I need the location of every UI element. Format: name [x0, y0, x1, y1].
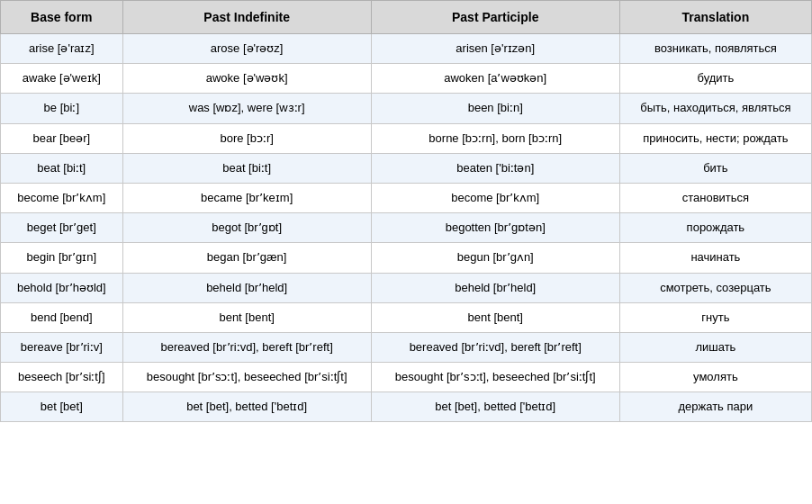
cell-translation: порождать — [619, 213, 811, 243]
cell-base: bear [beər] — [1, 123, 123, 153]
table-row: become [brʼkʌm]became [brʼkeɪm]become [b… — [1, 183, 812, 212]
cell-past_indefinite: became [brʼkeɪm] — [122, 183, 371, 212]
cell-past_participle: been [biːn] — [371, 94, 619, 123]
cell-past_participle: bent [bent] — [371, 302, 619, 332]
table-row: begin [brʼgɪn]began [brʼgæn]begun [brʼgʌ… — [1, 243, 812, 273]
cell-translation: смотреть, созерцать — [619, 273, 811, 302]
table-row: beat [biːt]beat [biːt]beaten ['biːtən]би… — [1, 153, 812, 183]
cell-base: bet [bet] — [1, 392, 123, 422]
cell-past_indefinite: bet [bet], betted ['betɪd] — [122, 392, 371, 422]
cell-translation: начинать — [619, 243, 811, 273]
header-translation: Translation — [619, 1, 811, 34]
table-row: beseech [brʼsiːtʃ]besought [brʼsɔːt], be… — [1, 363, 812, 392]
table-row: bet [bet]bet [bet], betted ['betɪd]bet [… — [1, 392, 812, 422]
table-row: bereave [brʼriːv]bereaved [brʼriːvd], be… — [1, 332, 812, 362]
cell-base: arise [ə'raɪz] — [1, 34, 123, 64]
cell-past_participle: become [brʼkʌm] — [371, 183, 619, 212]
cell-past_indefinite: arose [ə'rəʊz] — [122, 34, 371, 64]
cell-translation: приносить, нести; рождать — [619, 123, 811, 153]
cell-base: be [biː] — [1, 94, 123, 123]
cell-base: beat [biːt] — [1, 153, 123, 183]
cell-base: bend [bend] — [1, 302, 123, 332]
header-past-indefinite: Past Indefinite — [122, 1, 371, 34]
cell-base: beseech [brʼsiːtʃ] — [1, 363, 123, 392]
table-row: awake [ə'weɪk]awoke [ə'wəʊk]awoken [aʼwə… — [1, 64, 812, 94]
cell-past_indefinite: beheld [brʼheld] — [122, 273, 371, 302]
cell-translation: возникать, появляться — [619, 34, 811, 64]
cell-translation: гнуть — [619, 302, 811, 332]
cell-past_participle: bet [bet], betted ['betɪd] — [371, 392, 619, 422]
cell-past_participle: beaten ['biːtən] — [371, 153, 619, 183]
cell-past_indefinite: bereaved [brʼriːvd], bereft [brʼreft] — [122, 332, 371, 362]
table-row: be [biː]was [wɒz], were [wɜːr]been [biːn… — [1, 94, 812, 123]
cell-past_participle: arisen [ə'rɪzən] — [371, 34, 619, 64]
cell-past_indefinite: bent [bent] — [122, 302, 371, 332]
cell-past_indefinite: beat [biːt] — [122, 153, 371, 183]
cell-translation: будить — [619, 64, 811, 94]
cell-translation: быть, находиться, являться — [619, 94, 811, 123]
cell-past_indefinite: began [brʼgæn] — [122, 243, 371, 273]
cell-past_participle: besought [brʼsɔːt], beseeched [brʼsiːtʃt… — [371, 363, 619, 392]
cell-past_participle: begun [brʼgʌn] — [371, 243, 619, 273]
cell-base: begin [brʼgɪn] — [1, 243, 123, 273]
table-row: bend [bend]bent [bent]bent [bent]гнуть — [1, 302, 812, 332]
irregular-verbs-table: Base form Past Indefinite Past Participl… — [0, 0, 812, 422]
cell-past_participle: begotten [brʼgɒtən] — [371, 213, 619, 243]
cell-base: behold [brʼhəʊld] — [1, 273, 123, 302]
table-row: behold [brʼhəʊld]beheld [brʼheld]beheld … — [1, 273, 812, 302]
table-row: beget [brʼget]begot [brʼgɒt]begotten [br… — [1, 213, 812, 243]
table-row: bear [beər]bore [bɔːr]borne [bɔːrn], bor… — [1, 123, 812, 153]
header-base-form: Base form — [1, 1, 123, 34]
header-past-participle: Past Participle — [371, 1, 619, 34]
cell-translation: держать пари — [619, 392, 811, 422]
cell-translation: бить — [619, 153, 811, 183]
cell-translation: становиться — [619, 183, 811, 212]
cell-base: become [brʼkʌm] — [1, 183, 123, 212]
cell-base: awake [ə'weɪk] — [1, 64, 123, 94]
cell-base: beget [brʼget] — [1, 213, 123, 243]
table-row: arise [ə'raɪz]arose [ə'rəʊz]arisen [ə'rɪ… — [1, 34, 812, 64]
cell-past_participle: bereaved [brʼriːvd], bereft [brʼreft] — [371, 332, 619, 362]
cell-past_indefinite: besought [brʼsɔːt], beseeched [brʼsiːtʃt… — [122, 363, 371, 392]
cell-base: bereave [brʼriːv] — [1, 332, 123, 362]
cell-past_indefinite: begot [brʼgɒt] — [122, 213, 371, 243]
cell-translation: лишать — [619, 332, 811, 362]
cell-past_participle: beheld [brʼheld] — [371, 273, 619, 302]
cell-translation: умолять — [619, 363, 811, 392]
cell-past_indefinite: awoke [ə'wəʊk] — [122, 64, 371, 94]
cell-past_indefinite: bore [bɔːr] — [122, 123, 371, 153]
cell-past_participle: awoken [aʼwəʊkən] — [371, 64, 619, 94]
cell-past_participle: borne [bɔːrn], born [bɔːrn] — [371, 123, 619, 153]
cell-past_indefinite: was [wɒz], were [wɜːr] — [122, 94, 371, 123]
